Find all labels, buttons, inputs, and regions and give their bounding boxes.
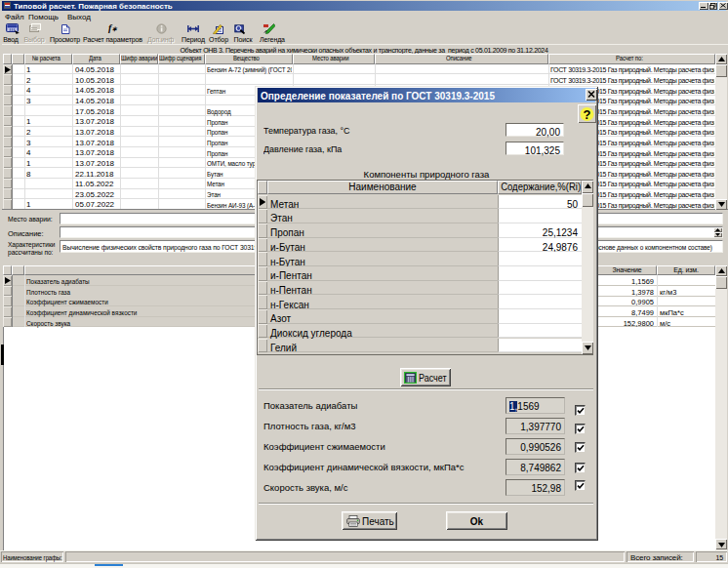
svg-text:?: ? [584,106,591,121]
